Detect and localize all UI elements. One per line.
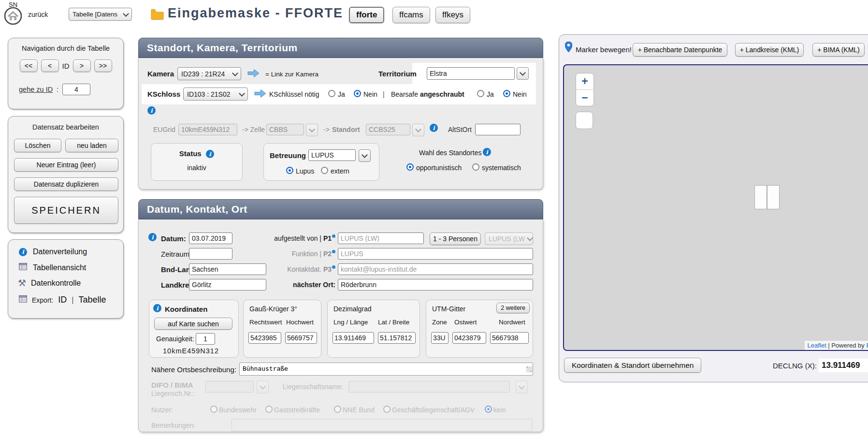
genauigkeit-label: Genauigkeit: [156,335,194,343]
apply-coordinates-button[interactable]: Koordinaten & Standort übernehmen [564,358,701,373]
duplicate-button[interactable]: Datensatz duplizieren [14,177,118,191]
wahl-systematisch-radio[interactable] [472,163,479,171]
datum-info-icon[interactable]: i [148,233,157,241]
tabellenansicht-link[interactable]: Tabellenansicht [33,263,86,272]
home-icon[interactable] [4,7,22,27]
betreuung-lupus-radio[interactable] [286,167,293,174]
koordinaten-info-icon[interactable]: i [153,304,161,312]
p3-input[interactable] [338,263,533,275]
liegenschnr-dropdown-button [257,381,269,393]
reload-button[interactable]: neu laden [65,139,118,152]
nav-next-button[interactable]: > [73,59,91,72]
bearsafe-ja-radio[interactable] [477,90,484,97]
genauigkeit-input[interactable] [196,333,215,345]
zoom-out-button[interactable]: − [576,89,593,106]
kschloss-select[interactable]: ID103 : 21S02 [183,87,248,101]
betreuung-dropdown-button[interactable] [359,149,371,162]
ortsbeschreibung-label: Nähere Ortsbeschreibung: [151,365,236,374]
bearsafe-nein-radio[interactable] [503,90,510,97]
marker-hint: Marker bewegen! [576,45,632,54]
funktion-label: Funktion | P2 [253,250,335,258]
ort-label: nächster Ort: [253,281,335,289]
utm-more-button[interactable]: 2 weitere [496,303,530,313]
export-tabelle-link[interactable]: Tabelle [79,295,106,305]
p2-info-dot[interactable] [332,250,335,253]
folder-icon [151,9,164,22]
gk-hochwert-input[interactable] [285,332,317,344]
ortsbeschreibung-textarea[interactable]: Bühnaustraße [239,363,533,376]
export-id-link[interactable]: ID [58,295,67,305]
app-tab-ffcams[interactable]: ffcams [392,7,430,23]
benachbarte-datenpunkte-button[interactable]: + Benachbarte Datenpunkte [633,43,727,57]
map-canvas[interactable]: + − Leaflet | Powered by Esri | © C [563,64,868,351]
map-pin-icon [565,42,572,54]
gk-rechtswert-input[interactable] [248,332,281,344]
p3-info-dot[interactable] [332,265,335,269]
status-value: inaktiv [151,164,242,172]
delete-button[interactable]: Löschen [14,139,61,152]
app-tab-fforte[interactable]: fforte [349,7,384,23]
standort-info-icon[interactable]: i [430,124,438,132]
new-entry-button[interactable]: Neuer Eintrag (leer) [14,158,118,172]
personen-button[interactable]: 1 - 3 Personen [430,233,481,245]
nutzer-nne-bund-radio [334,406,341,413]
dg-lng-input[interactable] [333,332,374,344]
goto-id-colon: : [57,86,58,93]
save-button[interactable]: SPEICHERN [14,197,118,224]
zoom-in-button[interactable]: + [576,73,593,89]
kschloss-link-arrow-icon[interactable] [254,89,267,100]
utm-nordwert-input[interactable] [490,332,529,344]
standort-panel-body: Kamera ID239 : 21R24 = Link zur Kamera T… [138,58,543,189]
back-link[interactable]: zurück [28,11,48,18]
betreuung-extern-radio[interactable] [321,167,328,174]
territorium-dropdown-button[interactable] [517,67,529,80]
grid-code: 10kmE459N312 [163,347,219,355]
nav-prev-button[interactable]: < [41,59,59,72]
nav-last-button[interactable]: >> [94,59,112,72]
leaflet-link[interactable]: Leaflet [807,342,826,349]
status-label: Status [179,149,202,158]
camera-link-arrow-icon[interactable] [247,69,260,80]
altstort-input[interactable] [475,124,521,135]
datenverteilung-link[interactable]: Datenverteilung [33,247,87,256]
betreuung-label: Betreuung [270,151,306,160]
datum-input[interactable] [189,233,232,244]
map-search-button[interactable]: auf Karte suchen [154,318,232,330]
landkreise-kml-button[interactable]: + Landkreise (KML) [735,43,804,57]
p2-input[interactable] [338,248,533,260]
goto-id-link[interactable]: gehe zu ID [19,86,53,93]
kamera-select[interactable]: ID239 : 21R24 [177,67,241,80]
p1-info-dot[interactable] [332,234,335,238]
kschluessel-nein-radio[interactable] [354,90,361,97]
kschluessel-ja-radio[interactable] [328,90,335,97]
gk-title: Gauß-Krüger 3° [249,305,297,313]
status-info-icon[interactable]: i [206,150,214,158]
utm-zone-input[interactable] [431,332,448,344]
resize-handle[interactable] [526,366,532,372]
territorium-input[interactable] [427,67,515,80]
wahl-opportunistisch-radio[interactable] [406,163,414,171]
wahl-systematisch-label: systematisch [482,164,521,172]
goto-id-input[interactable] [62,84,90,95]
zelle-input [266,124,304,135]
wahl-opportunistisch-label: opportunistisch [416,164,462,172]
bima-kml-button[interactable]: + BIMA (KML) [812,43,865,57]
wahl-info-icon[interactable]: i [483,148,491,156]
datenkontrolle-link[interactable]: Datenkontrolle [31,279,81,288]
nav-first-button[interactable]: << [20,59,38,72]
app-tab-ffkeys[interactable]: ffkeys [435,7,470,23]
utm-ostwert-input[interactable] [452,332,486,344]
table-select[interactable]: Tabelle [Datens [69,8,132,21]
nutzer-gaststreitkraefte-label: Gaststreitkräfte [274,406,320,414]
eugrid-label: EUGrid [153,126,175,133]
dg-lat-input[interactable] [378,332,416,344]
zeitraum-input[interactable] [189,248,232,260]
kschloss-info-icon[interactable]: i [147,106,156,115]
ort-input[interactable] [338,279,533,291]
chevron-down-icon [415,126,421,132]
betreuung-input[interactable] [308,149,356,161]
p1-input[interactable] [338,233,424,244]
esri-link[interactable]: Esri [866,342,868,349]
dg-col-lat: Lat / Breite [378,319,409,326]
map-layers-button[interactable] [576,112,593,129]
